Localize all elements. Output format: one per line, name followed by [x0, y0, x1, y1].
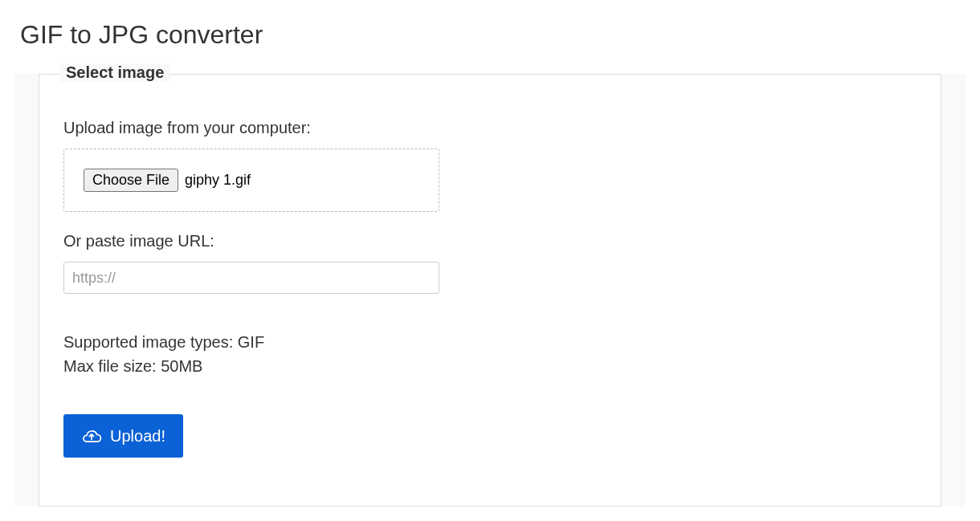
- upload-from-computer-label: Upload image from your computer:: [63, 119, 917, 137]
- page-title: GIF to JPG converter: [20, 20, 980, 50]
- fieldset-legend: Select image: [59, 63, 170, 82]
- upload-button[interactable]: Upload!: [63, 414, 183, 458]
- choose-file-button[interactable]: Choose File: [84, 169, 178, 192]
- select-image-fieldset: Select image Upload image from your comp…: [39, 74, 941, 507]
- info-block: Supported image types: GIF Max file size…: [63, 330, 917, 378]
- main-panel: Select image Upload image from your comp…: [14, 74, 966, 507]
- supported-types-text: Supported image types: GIF: [63, 330, 917, 354]
- upload-button-label: Upload!: [110, 427, 165, 446]
- selected-file-name: giphy 1.gif: [185, 172, 251, 189]
- file-dropzone[interactable]: Choose File giphy 1.gif: [63, 149, 439, 212]
- max-file-size-text: Max file size: 50MB: [63, 354, 917, 378]
- cloud-upload-icon: [81, 425, 102, 446]
- paste-url-label: Or paste image URL:: [63, 232, 917, 250]
- image-url-input[interactable]: [63, 262, 439, 294]
